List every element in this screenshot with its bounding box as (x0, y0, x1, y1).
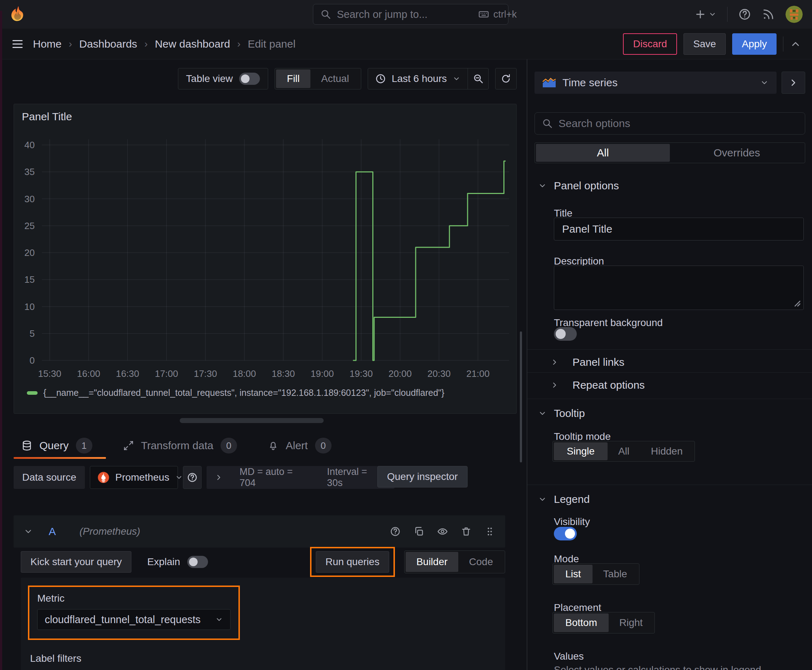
delete-query-icon[interactable] (461, 526, 471, 537)
placement-bottom-option[interactable]: Bottom (554, 613, 609, 632)
search-input[interactable] (337, 8, 472, 20)
transform-icon (123, 440, 134, 451)
legend-label: {__name__="cloudflared_tunnel_total_requ… (43, 387, 444, 398)
active-tab-indicator (14, 457, 106, 459)
divider (527, 372, 812, 372)
chart-legend[interactable]: {__name__="cloudflared_tunnel_total_requ… (27, 387, 444, 398)
help-icon[interactable] (738, 8, 751, 21)
zoom-out-icon (473, 73, 484, 84)
panel-description-input[interactable] (554, 266, 804, 310)
chevron-down-icon (215, 616, 223, 623)
legend-header[interactable]: Legend (538, 493, 590, 505)
panel-resize-handle[interactable] (180, 418, 324, 423)
time-series-chart[interactable]: 051015202530354015:3016:0016:3017:0017:3… (14, 104, 516, 413)
collapse-header-icon[interactable] (790, 38, 801, 50)
edit-panel-left-pane: Table view Fill Actual Last 6 hours Pane… (0, 59, 527, 670)
x-axis-tick-label: 16:30 (116, 368, 139, 379)
refresh-button[interactable] (495, 68, 517, 90)
metric-select[interactable]: cloudflared_tunnel_total_requests (37, 609, 231, 630)
datasource-help-button[interactable] (183, 466, 202, 489)
divider (527, 349, 812, 350)
breadcrumb-home[interactable]: Home (33, 38, 61, 50)
visibility-label: Visibility (554, 516, 590, 528)
builder-option[interactable]: Builder (406, 552, 458, 572)
table-view-label: Table view (186, 73, 233, 85)
tab-transform-data[interactable]: Transform data 0 (123, 438, 237, 453)
left-pane-scrollbar[interactable] (520, 332, 522, 462)
tooltip-single-option[interactable]: Single (554, 442, 608, 460)
open-viz-suggestions-button[interactable] (781, 71, 805, 94)
drag-handle-icon[interactable] (485, 526, 495, 537)
x-axis-tick-label: 19:00 (310, 368, 334, 379)
y-axis-tick-label: 0 (30, 355, 35, 366)
zoom-out-button[interactable] (468, 68, 488, 89)
breadcrumb-new-dashboard[interactable]: New dashboard (155, 38, 230, 50)
discard-button[interactable]: Discard (623, 33, 677, 55)
actual-option[interactable]: Actual (310, 69, 360, 88)
tab-all[interactable]: All (536, 144, 670, 162)
query-inspector-button[interactable]: Query inspector (377, 466, 468, 487)
placement-right-option[interactable]: Right (609, 613, 653, 632)
tooltip-all-option[interactable]: All (608, 442, 640, 460)
query-row-header[interactable]: A (Prometheus) (14, 515, 505, 548)
code-option[interactable]: Code (458, 552, 504, 572)
legend-list-option[interactable]: List (554, 565, 593, 584)
grafana-logo-icon[interactable] (9, 5, 27, 24)
divider (527, 485, 812, 485)
panel-links-section[interactable]: Panel links (527, 352, 812, 372)
legend-values-label: Values (554, 651, 584, 662)
visualization-picker[interactable]: Time series (534, 71, 776, 94)
breadcrumb-separator: › (237, 38, 241, 50)
fill-option[interactable]: Fill (276, 69, 310, 88)
tooltip-hidden-option[interactable]: Hidden (640, 442, 693, 460)
legend-table-option[interactable]: Table (593, 565, 638, 584)
datasource-picker[interactable]: Prometheus (90, 466, 178, 489)
news-rss-icon[interactable] (762, 8, 775, 21)
chevron-right-icon (214, 473, 223, 482)
menu-icon[interactable] (11, 37, 24, 51)
help-icon[interactable] (390, 526, 401, 537)
x-axis-tick-label: 19:30 (349, 368, 373, 379)
user-avatar[interactable] (785, 6, 803, 23)
chevron-down-icon (538, 409, 547, 418)
query-options[interactable]: MD = auto = 704 Interval = 30s (207, 466, 395, 489)
y-axis-tick-label: 10 (24, 301, 35, 312)
save-button[interactable]: Save (683, 33, 726, 55)
collapse-query-icon[interactable] (24, 527, 33, 536)
tab-overrides[interactable]: Overrides (670, 144, 804, 162)
panel-options-header[interactable]: Panel options (538, 180, 619, 192)
time-range-picker[interactable]: Last 6 hours (368, 68, 468, 89)
fill-actual-switch: Fill Actual (275, 68, 361, 90)
repeat-options-section[interactable]: Repeat options (527, 375, 812, 395)
toggle-visibility-icon[interactable] (437, 526, 448, 537)
metric-label: Metric (37, 593, 231, 604)
legend-visibility-toggle[interactable] (554, 527, 577, 540)
apply-button[interactable]: Apply (732, 33, 776, 55)
tab-alert[interactable]: Alert 0 (268, 438, 332, 453)
tooltip-header[interactable]: Tooltip (538, 407, 585, 420)
query-ref-id: A (49, 525, 56, 538)
table-view-toggle[interactable] (239, 73, 260, 85)
breadcrumb-dashboards[interactable]: Dashboards (79, 38, 137, 50)
x-axis-tick-label: 18:00 (233, 368, 256, 379)
transparent-background-toggle[interactable] (554, 327, 577, 341)
run-queries-button[interactable]: Run queries (316, 551, 389, 573)
resize-handle-icon[interactable] (790, 297, 801, 308)
new-menu-button[interactable] (694, 8, 716, 20)
x-axis-tick-label: 17:30 (194, 368, 217, 379)
y-axis-tick-label: 30 (24, 194, 35, 205)
kick-start-button[interactable]: Kick start your query (21, 551, 131, 573)
options-search-input[interactable] (559, 117, 798, 130)
panel-title-input[interactable] (554, 218, 804, 240)
bell-icon (268, 440, 278, 451)
legend-mode-switch: List Table (553, 563, 639, 585)
chevron-down-icon (760, 78, 769, 87)
query-count-badge: 1 (76, 438, 92, 453)
y-axis-tick-label: 35 (24, 166, 35, 177)
duplicate-query-icon[interactable] (414, 526, 424, 537)
shortcut-hint: ctrl+k (478, 9, 517, 20)
explain-toggle[interactable] (187, 556, 208, 568)
breadcrumb: Home › Dashboards › New dashboard › Edit… (33, 38, 295, 50)
tab-query[interactable]: Query 1 (22, 438, 92, 453)
clock-icon (375, 73, 386, 84)
